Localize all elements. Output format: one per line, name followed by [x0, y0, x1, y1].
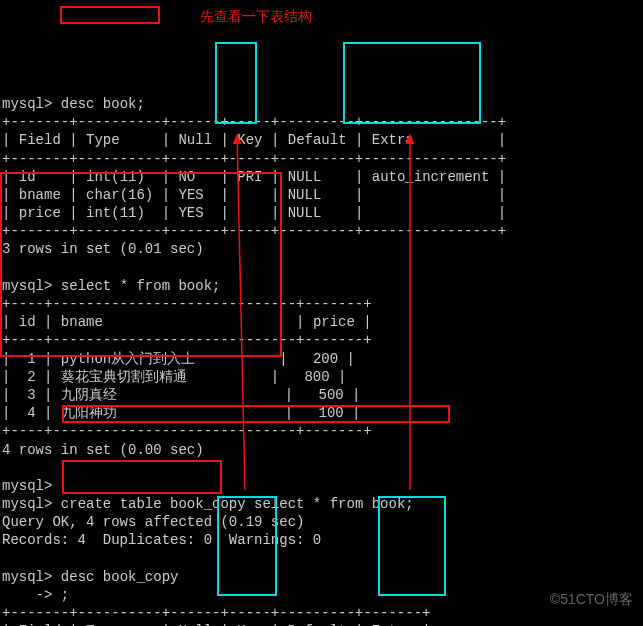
cell: 200	[313, 351, 338, 367]
cell: 500	[318, 387, 343, 403]
cell: auto_increment	[372, 169, 490, 185]
cell: 3	[27, 387, 35, 403]
cell: NULL	[288, 187, 322, 203]
h-null: Null	[178, 132, 212, 148]
annotation-text: 先查看一下表结构	[200, 8, 312, 26]
cmd-cont: -> ;	[2, 587, 69, 603]
cell: 4	[27, 405, 35, 421]
h-type: Type	[86, 132, 120, 148]
cell: 2	[27, 369, 35, 385]
status: 4 rows in set (0.00 sec)	[2, 442, 204, 458]
cmd-desc-book[interactable]: desc book;	[61, 96, 145, 112]
prompt: mysql>	[2, 96, 52, 112]
prompt: mysql>	[2, 569, 52, 585]
cell: 800	[304, 369, 329, 385]
h-price: price	[313, 314, 355, 330]
highlight-cmd3	[62, 405, 450, 423]
prompt: mysql>	[2, 496, 52, 512]
highlight-key2	[217, 496, 277, 596]
highlight-extra-col	[343, 42, 481, 124]
watermark: ©51CTO博客	[550, 590, 633, 608]
highlight-cmd1	[60, 6, 160, 24]
highlight-extra2	[378, 496, 446, 596]
cell: NULL	[288, 205, 322, 221]
prompt: mysql>	[2, 478, 52, 494]
h-extra: Extra	[372, 132, 414, 148]
highlight-cmd4	[62, 460, 222, 494]
cell: 葵花宝典切割到精通	[61, 369, 187, 385]
h-key: Key	[237, 132, 262, 148]
cell: 九阴真经	[61, 387, 117, 403]
cmd-desc-copy[interactable]: desc book_copy	[61, 569, 179, 585]
h-field: Field	[19, 132, 61, 148]
h-default: Default	[288, 132, 347, 148]
highlight-select-block	[0, 172, 282, 357]
highlight-key-col	[215, 42, 257, 124]
cell: NULL	[288, 169, 322, 185]
